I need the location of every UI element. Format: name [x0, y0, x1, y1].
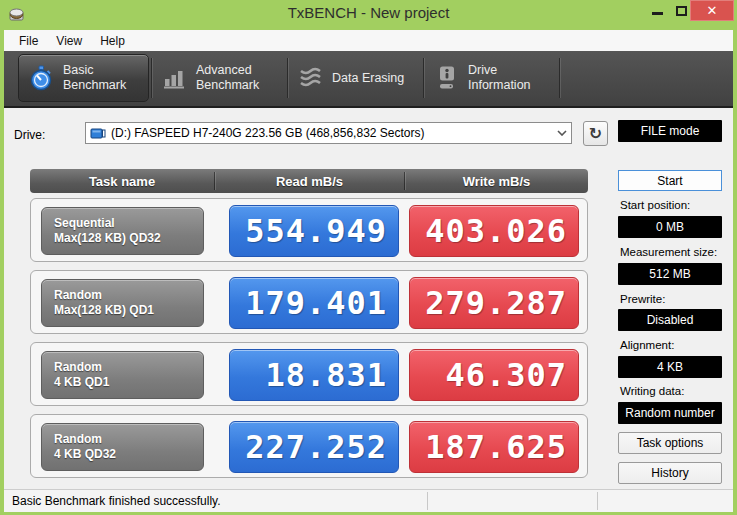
- read-value: 179.401: [229, 277, 399, 329]
- toolbar-separator: [151, 58, 152, 98]
- tab-label-line1: Advanced: [196, 63, 259, 78]
- drive-info-icon: [435, 65, 459, 91]
- close-button[interactable]: ✕: [690, 0, 734, 21]
- title-bar: TxBENCH - New project ✕: [0, 0, 737, 30]
- tab-label: Basic Benchmark: [63, 63, 126, 93]
- close-icon: ✕: [707, 3, 718, 18]
- start-button[interactable]: Start: [618, 170, 722, 191]
- refresh-drives-button[interactable]: ↻: [583, 121, 608, 146]
- table-row: Sequential Max(128 KB) QD32 554.949 403.…: [30, 198, 588, 262]
- settings-sidebar: FILE mode Start Start position: 0 MB Mea…: [618, 120, 722, 484]
- tab-label: Advanced Benchmark: [196, 63, 259, 93]
- table-row: Random Max(128 KB) QD1 179.401 279.287: [30, 270, 588, 334]
- drive-select[interactable]: (D:) FASPEED H7-240G 223.56 GB (468,856,…: [85, 122, 572, 144]
- menu-file[interactable]: File: [10, 32, 47, 50]
- tab-label-line2: Information: [468, 78, 531, 93]
- drive-label: Drive:: [14, 128, 45, 142]
- refresh-icon: ↻: [589, 124, 602, 143]
- task-name-line2: 4 KB QD32: [54, 447, 203, 462]
- tab-label-line1: Drive: [468, 63, 531, 78]
- tab-label-line1: Data Erasing: [332, 71, 404, 86]
- task-name-line1: Random: [54, 288, 203, 303]
- menu-view[interactable]: View: [47, 32, 91, 50]
- table-row: Random 4 KB QD1 18.831 46.307: [30, 342, 588, 406]
- main-area: Drive: (D:) FASPEED H7-240G 223.56 GB (4…: [4, 108, 733, 489]
- task-name-line1: Random: [54, 360, 203, 375]
- tab-label-line1: Basic: [63, 63, 126, 78]
- file-mode-indicator[interactable]: FILE mode: [618, 120, 722, 142]
- measurement-size-value[interactable]: 512 MB: [618, 263, 722, 285]
- toolbar-separator: [423, 58, 424, 98]
- history-button[interactable]: History: [618, 462, 722, 484]
- bar-chart-icon: [163, 65, 187, 91]
- window-body: File View Help Basic Benchmark: [4, 30, 733, 512]
- results-rows: Sequential Max(128 KB) QD32 554.949 403.…: [30, 198, 588, 486]
- menu-help[interactable]: Help: [91, 32, 134, 50]
- alignment-label: Alignment:: [618, 339, 722, 352]
- tab-drive-information[interactable]: Drive Information: [426, 54, 557, 102]
- chevron-down-icon: [557, 130, 567, 136]
- header-read: Read mB/s: [215, 169, 404, 193]
- prewrite-label: Prewrite:: [618, 293, 722, 306]
- task-name-line2: 4 KB QD1: [54, 375, 203, 390]
- task-name-line1: Random: [54, 432, 203, 447]
- task-button-random-qd1[interactable]: Random Max(128 KB) QD1: [41, 279, 204, 327]
- write-value: 187.625: [409, 421, 579, 473]
- task-name-line2: Max(128 KB) QD32: [54, 231, 203, 246]
- header-task-name: Task name: [30, 169, 214, 193]
- measurement-size-label: Measurement size:: [618, 246, 722, 259]
- app-window: TxBENCH - New project ✕ File View Help: [0, 0, 737, 515]
- tab-label: Drive Information: [468, 63, 531, 93]
- write-value: 46.307: [409, 349, 579, 401]
- status-bar: Basic Benchmark finished successfully.: [4, 489, 733, 512]
- status-separator: [427, 492, 428, 510]
- window-title: TxBENCH - New project: [0, 4, 737, 21]
- tab-label-line2: Benchmark: [196, 78, 259, 93]
- tab-label: Data Erasing: [332, 71, 404, 86]
- header-write: Write mB/s: [405, 169, 588, 193]
- task-name-line1: Sequential: [54, 216, 203, 231]
- minimize-icon: [652, 12, 663, 15]
- eraser-waves-icon: [299, 65, 323, 91]
- write-value: 403.026: [409, 205, 579, 257]
- writing-data-value[interactable]: Random number: [618, 402, 722, 424]
- menu-bar: File View Help: [4, 30, 733, 51]
- toolbar-separator: [287, 58, 288, 98]
- task-options-button[interactable]: Task options: [618, 432, 722, 454]
- start-position-label: Start position:: [618, 199, 722, 212]
- maximize-button[interactable]: [670, 0, 692, 21]
- task-button-random-4kb-qd1[interactable]: Random 4 KB QD1: [41, 351, 204, 399]
- table-row: Random 4 KB QD32 227.252 187.625: [30, 414, 588, 478]
- results-header: Task name Read mB/s Write mB/s: [30, 169, 588, 193]
- start-position-value[interactable]: 0 MB: [618, 216, 722, 238]
- alignment-value[interactable]: 4 KB: [618, 356, 722, 378]
- tab-basic-benchmark[interactable]: Basic Benchmark: [18, 54, 149, 102]
- tab-data-erasing[interactable]: Data Erasing: [290, 54, 421, 102]
- toolbar: Basic Benchmark Advanced Benchmark: [4, 51, 733, 108]
- drive-selected-value: (D:) FASPEED H7-240G 223.56 GB (468,856,…: [111, 126, 552, 140]
- status-message: Basic Benchmark finished successfully.: [12, 494, 221, 508]
- read-value: 227.252: [229, 421, 399, 473]
- minimize-button[interactable]: [646, 0, 668, 21]
- task-button-sequential-qd32[interactable]: Sequential Max(128 KB) QD32: [41, 207, 204, 255]
- prewrite-value[interactable]: Disabled: [618, 309, 722, 331]
- tab-advanced-benchmark[interactable]: Advanced Benchmark: [154, 54, 285, 102]
- tab-label-line2: Benchmark: [63, 78, 126, 93]
- maximize-icon: [676, 6, 687, 16]
- task-button-random-4kb-qd32[interactable]: Random 4 KB QD32: [41, 423, 204, 471]
- stopwatch-icon: [28, 65, 54, 91]
- toolbar-separator: [559, 58, 560, 98]
- status-separator: [597, 492, 598, 510]
- writing-data-label: Writing data:: [618, 385, 722, 398]
- read-value: 554.949: [229, 205, 399, 257]
- read-value: 18.831: [229, 349, 399, 401]
- write-value: 279.287: [409, 277, 579, 329]
- disk-drive-icon: [90, 127, 106, 140]
- task-name-line2: Max(128 KB) QD1: [54, 303, 203, 318]
